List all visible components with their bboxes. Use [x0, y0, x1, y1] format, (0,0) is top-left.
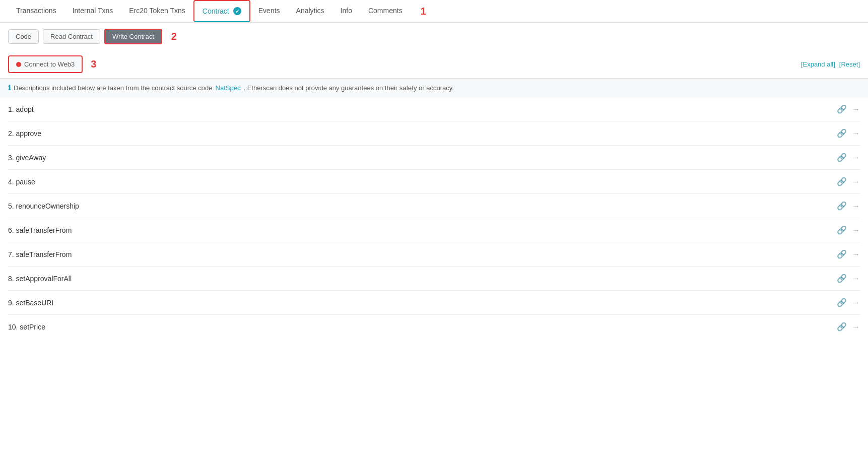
code-button[interactable]: Code: [8, 29, 39, 44]
link-icon[interactable]: 🔗: [837, 201, 847, 211]
top-navigation: Transactions Internal Txns Erc20 Token T…: [0, 0, 868, 23]
contract-function-name: 6. safeTransferFrom: [8, 226, 72, 234]
contract-function-item[interactable]: 1. adopt🔗→: [8, 97, 860, 121]
contract-function-item[interactable]: 3. giveAway🔗→: [8, 146, 860, 170]
link-icon[interactable]: 🔗: [837, 225, 847, 235]
contract-function-name: 10. setPrice: [8, 323, 45, 331]
connect-row: Connect to Web3 3 [Expand all] [Reset]: [0, 50, 868, 78]
connect-btn-label: Connect to Web3: [24, 60, 75, 68]
tab-contract[interactable]: Contract ✔: [193, 0, 250, 22]
contract-function-icons: 🔗→: [837, 201, 860, 211]
contract-function-name: 8. setApprovalForAll: [8, 275, 72, 283]
link-icon[interactable]: 🔗: [837, 153, 847, 162]
link-icon[interactable]: 🔗: [837, 298, 847, 307]
contract-function-item[interactable]: 7. safeTransferFrom🔗→: [8, 242, 860, 267]
contract-function-name: 9. setBaseURI: [8, 299, 53, 307]
contract-function-name: 5. renounceOwnership: [8, 202, 79, 210]
contract-function-name: 2. approve: [8, 129, 41, 138]
link-icon[interactable]: 🔗: [837, 104, 847, 114]
contract-function-icons: 🔗→: [837, 322, 860, 332]
contract-verified-badge: ✔: [233, 7, 241, 15]
contract-function-item[interactable]: 5. renounceOwnership🔗→: [8, 194, 860, 218]
contract-function-name: 1. adopt: [8, 105, 34, 113]
info-banner-suffix: . Etherscan does not provide any guarant…: [243, 84, 453, 92]
info-icon: ℹ: [8, 84, 11, 92]
contract-function-item[interactable]: 9. setBaseURI🔗→: [8, 291, 860, 315]
contract-function-item[interactable]: 6. safeTransferFrom🔗→: [8, 218, 860, 242]
info-banner-text: Descriptions included below are taken fr…: [14, 84, 213, 92]
contract-function-item[interactable]: 10. setPrice🔗→: [8, 315, 860, 339]
tab-info[interactable]: Info: [332, 1, 360, 22]
expand-all-link[interactable]: [Expand all]: [801, 60, 835, 68]
tab-events[interactable]: Events: [250, 1, 288, 22]
info-banner: ℹ Descriptions included below are taken …: [0, 78, 868, 97]
tab-comments[interactable]: Comments: [360, 1, 411, 22]
contract-function-name: 4. pause: [8, 178, 35, 186]
arrow-icon[interactable]: →: [852, 274, 860, 283]
contract-function-name: 3. giveAway: [8, 154, 46, 162]
tab-internal-txns[interactable]: Internal Txns: [64, 1, 121, 22]
annotation-1: 1: [421, 6, 426, 17]
contract-function-icons: 🔗→: [837, 128, 860, 138]
contract-function-icons: 🔗→: [837, 249, 860, 259]
arrow-icon[interactable]: →: [852, 250, 860, 259]
contract-function-icons: 🔗→: [837, 153, 860, 162]
read-contract-button[interactable]: Read Contract: [43, 29, 100, 44]
arrow-icon[interactable]: →: [852, 177, 860, 186]
tab-erc20-token-txns[interactable]: Erc20 Token Txns: [121, 1, 193, 22]
contract-function-item[interactable]: 4. pause🔗→: [8, 170, 860, 194]
arrow-icon[interactable]: →: [852, 298, 860, 307]
arrow-icon[interactable]: →: [852, 322, 860, 332]
expand-reset-controls: [Expand all] [Reset]: [801, 60, 860, 68]
annotation-3: 3: [91, 58, 96, 70]
contract-function-item[interactable]: 8. setApprovalForAll🔗→: [8, 267, 860, 291]
link-icon[interactable]: 🔗: [837, 274, 847, 283]
contract-function-name: 7. safeTransferFrom: [8, 250, 72, 258]
annotation-2: 2: [171, 31, 177, 42]
contract-function-icons: 🔗→: [837, 104, 860, 114]
arrow-icon[interactable]: →: [852, 202, 860, 211]
link-icon[interactable]: 🔗: [837, 177, 847, 186]
connect-status-dot: [16, 62, 21, 67]
link-icon[interactable]: 🔗: [837, 322, 847, 332]
arrow-icon[interactable]: →: [852, 105, 860, 114]
natspec-link[interactable]: NatSpec: [216, 84, 241, 92]
tab-analytics[interactable]: Analytics: [288, 1, 332, 22]
contract-function-list: 1. adopt🔗→2. approve🔗→3. giveAway🔗→4. pa…: [0, 97, 868, 339]
sub-navigation: Code Read Contract Write Contract 2: [0, 23, 868, 50]
contract-function-icons: 🔗→: [837, 274, 860, 283]
contract-function-icons: 🔗→: [837, 298, 860, 307]
link-icon[interactable]: 🔗: [837, 249, 847, 259]
reset-link[interactable]: [Reset]: [839, 60, 860, 68]
contract-function-icons: 🔗→: [837, 225, 860, 235]
tab-transactions[interactable]: Transactions: [8, 1, 64, 22]
contract-function-icons: 🔗→: [837, 177, 860, 186]
connect-to-web3-button[interactable]: Connect to Web3: [8, 55, 83, 73]
link-icon[interactable]: 🔗: [837, 128, 847, 138]
arrow-icon[interactable]: →: [852, 153, 860, 162]
write-contract-button[interactable]: Write Contract: [104, 29, 162, 44]
contract-function-item[interactable]: 2. approve🔗→: [8, 121, 860, 146]
arrow-icon[interactable]: →: [852, 226, 860, 235]
arrow-icon[interactable]: →: [852, 129, 860, 138]
